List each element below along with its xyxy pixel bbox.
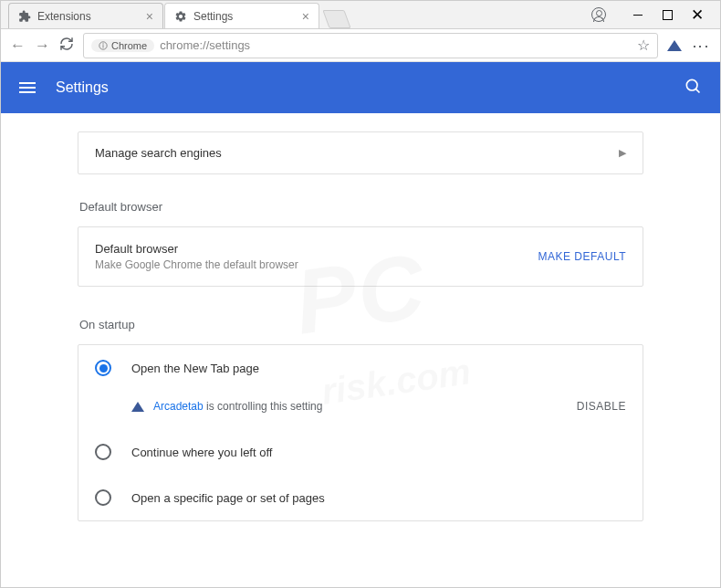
default-browser-card: Default browser Make Google Chrome the d…: [78, 226, 643, 287]
settings-header: Settings: [1, 62, 720, 113]
extension-triangle-icon: [131, 402, 144, 412]
page-title: Settings: [56, 79, 109, 96]
row-label: Manage search engines: [95, 146, 222, 160]
close-tab-icon[interactable]: ×: [146, 9, 153, 24]
default-browser-sub: Make Google Chrome the default browser: [95, 258, 298, 271]
reload-button[interactable]: [59, 37, 74, 55]
radio-label: Open a specific page or set of pages: [131, 491, 325, 505]
puzzle-icon: [18, 10, 31, 23]
bookmark-star-icon[interactable]: ☆: [637, 37, 650, 54]
extension-icon[interactable]: [667, 40, 682, 51]
disable-button[interactable]: DISABLE: [577, 400, 626, 413]
url-input[interactable]: Chrome chrome://settings ☆: [83, 33, 658, 58]
settings-content[interactable]: Manage search engines ▶ Default browser …: [1, 113, 720, 573]
startup-option-specific[interactable]: Open a specific page or set of pages: [78, 475, 643, 520]
address-bar: ← → Chrome chrome://settings ☆ ⋮: [1, 29, 720, 62]
maximize-button[interactable]: [663, 10, 673, 20]
radio-label: Continue where you left off: [131, 446, 272, 459]
extension-name-link[interactable]: Arcadetab: [153, 400, 204, 413]
chevron-right-icon: ▶: [619, 147, 626, 159]
svg-rect-2: [103, 45, 104, 47]
advanced-label: Advanced: [323, 571, 376, 573]
svg-point-3: [686, 79, 697, 90]
url-text: chrome://settings: [160, 38, 250, 52]
advanced-toggle[interactable]: Advanced ▼: [78, 552, 643, 573]
tab-settings[interactable]: Settings ×: [164, 3, 319, 28]
search-icon[interactable]: [684, 77, 702, 99]
radio-icon[interactable]: [95, 360, 111, 376]
close-tab-icon[interactable]: ×: [302, 9, 309, 24]
controller-text: is controlling this setting: [206, 400, 322, 413]
section-default-browser: Default browser: [78, 200, 643, 214]
on-startup-card: Open the New Tab page Arcadetab is contr…: [78, 344, 643, 521]
minimize-button[interactable]: ─: [632, 8, 644, 21]
tab-label: Settings: [193, 10, 233, 23]
tab-label: Extensions: [37, 10, 91, 23]
tab-extensions[interactable]: Extensions ×: [8, 3, 163, 28]
extension-controller-info: Arcadetab is controlling this setting DI…: [78, 391, 643, 429]
chevron-down-icon: ▼: [389, 572, 398, 573]
hamburger-menu-icon[interactable]: [19, 82, 36, 93]
info-chip[interactable]: Chrome: [91, 39, 154, 52]
radio-label: Open the New Tab page: [131, 362, 259, 375]
forward-button[interactable]: →: [35, 37, 50, 55]
back-button[interactable]: ←: [10, 37, 26, 55]
svg-line-4: [695, 89, 699, 92]
svg-point-1: [102, 43, 103, 44]
radio-icon[interactable]: [95, 444, 111, 460]
default-browser-title: Default browser: [95, 242, 298, 256]
startup-option-newtab[interactable]: Open the New Tab page: [78, 345, 643, 391]
gear-icon: [174, 10, 187, 23]
new-tab-button[interactable]: [322, 10, 350, 28]
manage-search-engines-row[interactable]: Manage search engines ▶: [78, 131, 643, 174]
make-default-button[interactable]: MAKE DEFAULT: [538, 250, 626, 263]
profile-icon[interactable]: [591, 7, 606, 22]
radio-icon[interactable]: [95, 489, 111, 506]
section-on-startup: On startup: [78, 318, 643, 331]
startup-option-continue[interactable]: Continue where you left off: [78, 429, 643, 475]
close-window-button[interactable]: ✕: [691, 8, 704, 21]
browser-menu-icon[interactable]: ⋮: [691, 38, 711, 53]
